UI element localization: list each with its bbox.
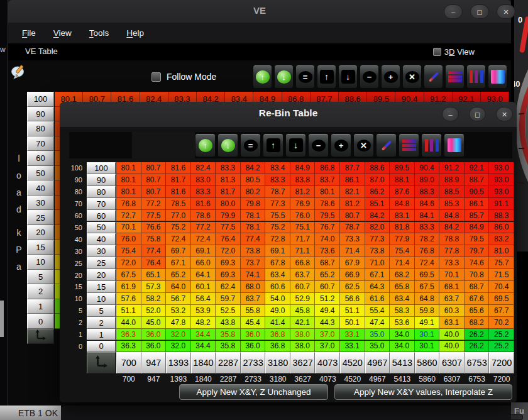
ve-cell[interactable]: 83.2 [489, 233, 514, 245]
ve-cell[interactable]: 63.7 [439, 293, 465, 305]
ve-cell[interactable]: 76.0 [290, 210, 316, 222]
ve-cell[interactable]: 88.5 [439, 186, 465, 198]
ve-cell[interactable]: 41.4 [265, 317, 290, 329]
ve-cell[interactable]: 93.0 [489, 186, 514, 198]
ve-cell[interactable]: 49.1 [415, 317, 440, 329]
increment-button[interactable]: ↑ [263, 133, 283, 157]
ve-cell[interactable]: 53.9 [191, 305, 216, 317]
menu-help[interactable]: Help [126, 28, 144, 38]
bg-row-header[interactable]: 100 [27, 92, 54, 107]
ve-cell[interactable]: 64.1 [191, 269, 216, 281]
ve-cell[interactable]: 81.6 [166, 186, 191, 198]
y-bin-cell[interactable]: 10 [87, 293, 116, 305]
ve-cell[interactable]: 25.2 [489, 341, 514, 353]
ve-cell[interactable]: 69.5 [489, 293, 514, 305]
follow-mode-checkbox[interactable] [151, 72, 161, 82]
ve-cell[interactable]: 52.9 [290, 293, 316, 305]
scroll-up-button[interactable]: ↑ [253, 65, 272, 89]
ve-cell[interactable]: 81.7 [166, 174, 191, 186]
ve-cell[interactable]: 57.3 [141, 281, 167, 293]
dialog-maximize-button[interactable]: ◻ [469, 107, 486, 121]
ve-cell[interactable]: 80.7 [141, 162, 167, 174]
ve-cell[interactable]: 60.3 [439, 305, 465, 317]
ve-cell[interactable]: 59.8 [415, 305, 440, 317]
ve-cell[interactable]: 80.7 [141, 186, 167, 198]
ve-cell[interactable]: 75.2 [265, 222, 290, 234]
ve-cell[interactable]: 83.0 [191, 174, 216, 186]
ve-cell[interactable]: 55.8 [241, 305, 266, 317]
y-bin-cell[interactable]: 50 [87, 222, 116, 234]
bg-row-header[interactable]: 5 [27, 270, 54, 285]
ve-cell[interactable]: 70.2 [489, 317, 514, 329]
ve-cell[interactable]: 52.0 [141, 305, 167, 317]
ve-cell[interactable]: 88.3 [489, 210, 514, 222]
ve-cell[interactable]: 92.1 [465, 162, 490, 174]
ve-cell[interactable]: 90.4 [415, 162, 440, 174]
ve-cell[interactable]: 70.4 [489, 281, 514, 293]
ve-cell[interactable]: 78.5 [166, 198, 191, 210]
ve-cell[interactable]: 81.6 [166, 162, 191, 174]
ve-cell[interactable]: 40.0 [439, 329, 465, 341]
ve-cell[interactable]: 72.8 [265, 233, 290, 245]
bg-row-header[interactable]: 90 [27, 107, 54, 122]
ve-cell[interactable]: 72.4 [166, 233, 191, 245]
ve-cell[interactable]: 76.6 [141, 222, 167, 234]
set-equal-button[interactable]: = [240, 133, 261, 157]
apply-interpolate-z-button[interactable]: Apply New X&Y values, Interpolate Z [334, 384, 512, 400]
ve-cell[interactable]: 72.0 [116, 257, 141, 269]
set-equal-button[interactable]: = [295, 65, 315, 89]
ve-cell[interactable]: 85.3 [439, 198, 465, 210]
ve-cell[interactable]: 36.0 [241, 341, 266, 353]
ve-cell[interactable]: 71.4 [340, 245, 365, 257]
y-bin-cell[interactable]: 70 [87, 198, 116, 210]
ve-cell[interactable]: 76.4 [141, 257, 167, 269]
interpolate-columns-button[interactable] [421, 133, 442, 157]
ve-cell[interactable]: 30.1 [415, 329, 440, 341]
note-edit-icon[interactable] [11, 64, 26, 82]
ve-cell[interactable]: 64.3 [365, 281, 390, 293]
ve-cell[interactable]: 54.0 [265, 293, 290, 305]
interpolate-table-button[interactable] [488, 65, 507, 89]
ve-cell[interactable]: 62.5 [340, 281, 365, 293]
ve-cell[interactable]: 34.0 [390, 341, 415, 353]
x-bin-cell[interactable]: 7200 [489, 352, 514, 373]
ve-cell[interactable]: 25.2 [489, 329, 514, 341]
ve-cell[interactable]: 65.2 [166, 269, 191, 281]
ve-cell[interactable]: 63.4 [390, 293, 415, 305]
ve-cell[interactable]: 71.5 [489, 269, 514, 281]
ve-cell[interactable]: 36.3 [116, 341, 141, 353]
bg-row-header[interactable]: 20 [27, 225, 54, 240]
ve-cell[interactable]: 69.3 [216, 269, 241, 281]
increment-button[interactable]: ↑ [317, 65, 336, 89]
ve-cell[interactable]: 87.0 [365, 174, 390, 186]
ve-cell[interactable]: 73.7 [241, 257, 266, 269]
ve-cell[interactable]: 73.8 [365, 245, 390, 257]
y-bin-cell[interactable]: 2 [87, 317, 116, 329]
cancel-button[interactable]: ✕ [402, 65, 422, 89]
ve-cell[interactable]: 65.2 [315, 269, 340, 281]
ve-cell[interactable]: 74.1 [241, 269, 266, 281]
dialog-close-button[interactable]: ✕ [496, 107, 513, 121]
ve-cell[interactable]: 67.8 [265, 257, 290, 269]
ve-cell[interactable]: 45.4 [241, 317, 266, 329]
ve-cell[interactable]: 84.2 [365, 210, 390, 222]
scroll-up-button[interactable]: ↑ [195, 133, 216, 157]
ve-cell[interactable]: 87.7 [340, 162, 365, 174]
maximize-button[interactable]: ◻ [470, 4, 489, 19]
ve-cell[interactable]: 52.5 [216, 305, 241, 317]
ve-cell[interactable]: 36.0 [141, 329, 167, 341]
ve-cell[interactable]: 62.4 [216, 281, 241, 293]
x-bin-cell[interactable]: 5413 [390, 352, 415, 373]
bg-row-header[interactable]: 0 [27, 314, 54, 329]
decrement-button[interactable]: ↓ [285, 133, 306, 157]
ve-cell[interactable]: 71.7 [290, 233, 316, 245]
view-3d-toggle[interactable]: 3D View [433, 47, 475, 57]
ve-cell[interactable]: 79.9 [216, 210, 241, 222]
ve-cell[interactable]: 48.2 [191, 317, 216, 329]
ve-cell[interactable]: 84.2 [241, 162, 266, 174]
ve-cell[interactable]: 44.3 [315, 317, 340, 329]
ve-cell[interactable]: 32.0 [166, 329, 191, 341]
ve-cell[interactable]: 80.1 [116, 186, 141, 198]
scroll-down-button[interactable]: ↓ [217, 133, 238, 157]
ve-cell[interactable]: 82.4 [191, 162, 216, 174]
